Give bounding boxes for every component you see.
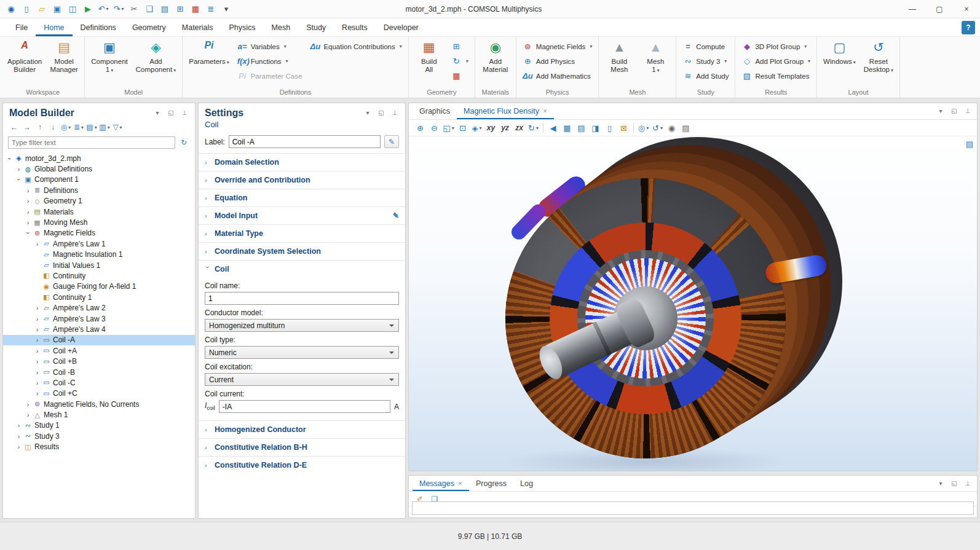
close-tab-icon[interactable]: × xyxy=(458,479,462,488)
tab-mesh[interactable]: Mesh xyxy=(264,18,299,36)
ribbon-add-mathematics-button[interactable]: ΔuAdd Mathematics xyxy=(520,69,596,83)
tree-item-coil-c[interactable]: ›▭Coil +C xyxy=(3,388,195,399)
ribbon-add-physics-button[interactable]: ⊕Add Physics xyxy=(520,54,596,68)
settings-button[interactable]: ≣ xyxy=(204,2,218,17)
cut-button[interactable]: ✂ xyxy=(127,2,141,17)
tree-item-initial-values-1[interactable]: ▱Initial Values 1 xyxy=(3,260,195,270)
section-constitutive-relation-d-e-header[interactable]: ›Constitutive Relation D-E xyxy=(199,457,405,474)
plot-table-button[interactable]: ▦ xyxy=(561,122,574,135)
collapse-panel-button[interactable]: ▾ xyxy=(152,108,163,118)
redo-button[interactable]: ↷▾ xyxy=(111,2,126,17)
collapse-chevron-icon[interactable]: › xyxy=(25,229,32,237)
ribbon-result-templates-button[interactable]: ▧Result Templates xyxy=(738,69,813,83)
section-model-input-header[interactable]: ›Model Input✎ xyxy=(199,207,405,224)
context-button[interactable]: ▤ xyxy=(966,139,973,149)
expand-chevron-icon[interactable]: › xyxy=(24,187,32,194)
tab-materials[interactable]: Materials xyxy=(174,18,221,36)
expand-chevron-icon[interactable]: › xyxy=(33,358,41,365)
ribbon-reset-desktop-button[interactable]: ↺Reset Desktop▾ xyxy=(861,38,896,75)
split-view-button[interactable]: ◨ xyxy=(589,122,602,135)
image-grid-button[interactable]: ▤ xyxy=(575,122,588,135)
ribbon-magnetic-fields-button[interactable]: ⊚Magnetic Fields▾ xyxy=(520,39,596,53)
label-input[interactable] xyxy=(229,135,381,148)
tree-item-global-definitions[interactable]: ›◍Global Definitions xyxy=(3,163,195,174)
comsol-logo-button[interactable]: ◉ xyxy=(4,2,18,17)
collapse-panel-button[interactable]: ▾ xyxy=(935,479,946,489)
tab-progress[interactable]: Progress xyxy=(469,476,513,491)
tree-item-results[interactable]: ›◫Results xyxy=(3,442,195,452)
tree-item-amp-re-s-law-4[interactable]: ›▱Ampère's Law 4 xyxy=(3,324,195,334)
section-constitutive-relation-b-h-header[interactable]: ›Constitutive Relation B-H xyxy=(199,439,405,456)
expand-chevron-icon[interactable]: › xyxy=(24,208,32,216)
tab-magnetic-flux-density[interactable]: Magnetic Flux Density× xyxy=(457,103,554,119)
tab-definitions[interactable]: Definitions xyxy=(73,18,124,36)
ribbon-mesh-1-button[interactable]: ▲Mesh 1▾ xyxy=(638,38,673,75)
ribbon-add-study-button[interactable]: ≋Add Study xyxy=(679,69,732,83)
rotate-button[interactable]: ↻▾ xyxy=(527,122,540,135)
tree-item-magnetic-fields[interactable]: ›⊚Magnetic Fields xyxy=(3,228,195,238)
paste-button[interactable]: ▤ xyxy=(157,2,172,17)
tree-item-amp-re-s-law-1[interactable]: ›▱Ampère's Law 1 xyxy=(3,238,195,249)
section-coordinate-system-selection-header[interactable]: ›Coordinate System Selection xyxy=(199,243,405,260)
expand-chevron-icon[interactable]: › xyxy=(24,219,32,226)
ribbon-compute-button[interactable]: =Compute xyxy=(679,39,732,53)
ribbon-build-all-button[interactable]: ▦Build All xyxy=(412,38,446,74)
collapse-all-button[interactable]: ≣▾ xyxy=(73,121,85,133)
tree-item-magnetic-insulation-1[interactable]: ▱Magnetic Insulation 1 xyxy=(3,249,195,260)
expand-chevron-icon[interactable]: › xyxy=(24,411,32,418)
expand-chevron-icon[interactable]: › xyxy=(33,315,41,323)
tab-study[interactable]: Study xyxy=(298,18,334,36)
section-equation-header[interactable]: ›Equation xyxy=(199,189,405,206)
pin-panel-button[interactable]: ⊥ xyxy=(179,108,190,118)
tree-item-coil-c[interactable]: ›▭Coil -C xyxy=(3,377,195,388)
tab-developer[interactable]: Developer xyxy=(376,18,427,36)
section-coil-header[interactable]: › Coil xyxy=(199,261,405,278)
ribbon-parameters-button[interactable]: PiParameters▾ xyxy=(186,38,232,67)
run-button[interactable]: ▶ xyxy=(81,2,95,17)
tree-item-component-1[interactable]: ›▣Component 1 xyxy=(3,175,195,185)
tree-item-definitions[interactable]: ›≣Definitions xyxy=(3,185,195,195)
color-legend-button[interactable]: ▯ xyxy=(603,122,616,135)
view-zx-button[interactable]: zx xyxy=(513,122,526,135)
filter-button[interactable]: ▽▾ xyxy=(111,121,124,133)
ribbon-windows-button[interactable]: ▢Windows▾ xyxy=(820,38,859,67)
expand-chevron-icon[interactable]: › xyxy=(33,336,41,344)
tab-graphics[interactable]: Graphics xyxy=(413,103,457,119)
tree-item-motor-3d-2-mph[interactable]: ›◈motor_3d_2.mph xyxy=(3,153,195,163)
tree-item-coil-a[interactable]: ›▭Coil +A xyxy=(3,345,195,356)
collapse-chevron-icon[interactable]: › xyxy=(6,154,14,162)
up-button[interactable]: ↑ xyxy=(34,121,46,133)
default-view-button[interactable]: ◀ xyxy=(547,122,559,135)
maximize-button[interactable]: ▢ xyxy=(926,0,953,18)
zoom-out-button[interactable]: ⊖ xyxy=(428,122,441,135)
ribbon-application-builder-button[interactable]: AApplication Builder xyxy=(4,38,45,74)
grouping-button[interactable]: ▥▾ xyxy=(98,121,111,133)
save-button[interactable]: ▣ xyxy=(50,2,65,17)
expand-chevron-icon[interactable]: › xyxy=(15,422,23,429)
print-button[interactable]: ▤ xyxy=(679,122,692,135)
ribbon-rebuild-button[interactable]: ↻▾ xyxy=(448,54,472,68)
tree-item-magnetic-fields-no-currents[interactable]: ›⊚Magnetic Fields, No Currents xyxy=(3,399,195,409)
ribbon-component-1-button[interactable]: ▣Component 1▾ xyxy=(88,38,130,75)
expand-chevron-icon[interactable]: › xyxy=(33,347,41,355)
expand-chevron-icon[interactable]: › xyxy=(15,433,23,440)
ribbon-variables-button[interactable]: a=Variables▾ xyxy=(234,39,306,53)
expand-sections-button[interactable]: ▤▾ xyxy=(85,121,98,133)
section-material-type-header[interactable]: ›Material Type xyxy=(199,225,405,242)
tab-file[interactable]: File xyxy=(7,18,36,36)
open-file-button[interactable]: ▱ xyxy=(34,2,49,17)
expand-chevron-icon[interactable]: › xyxy=(33,390,41,397)
ribbon-add-plot-group-button[interactable]: ◇Add Plot Group▾ xyxy=(738,54,813,68)
tree-item-amp-re-s-law-2[interactable]: ›▱Ampère's Law 2 xyxy=(3,302,195,313)
tree-item-mesh-1[interactable]: ›△Mesh 1 xyxy=(3,409,195,420)
collapse-chevron-icon[interactable]: › xyxy=(15,176,23,184)
copy-button[interactable]: ❑ xyxy=(142,2,157,17)
ribbon-parameter-case-button[interactable]: PiParameter Case xyxy=(234,69,306,83)
tree-item-coil-a[interactable]: ›▭Coil -A xyxy=(3,335,195,345)
go-to-view-button[interactable]: ◈▾ xyxy=(470,122,483,135)
section-domain-selection-header[interactable]: ›Domain Selection xyxy=(199,154,405,171)
tab-home[interactable]: Home xyxy=(36,18,72,36)
ribbon-model-manager-button[interactable]: ▤Model Manager xyxy=(47,38,81,74)
preview-button[interactable]: ◫ xyxy=(65,2,80,17)
view-xy-button[interactable]: xy xyxy=(484,122,497,135)
